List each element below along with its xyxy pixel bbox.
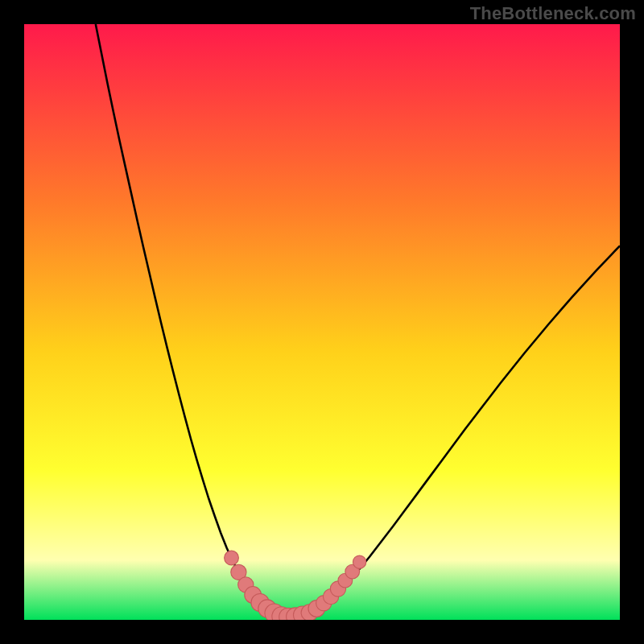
marker-dot — [225, 551, 239, 565]
chart-frame: TheBottleneck.com — [0, 0, 644, 644]
marker-dot — [353, 555, 365, 568]
bottleneck-chart — [24, 24, 620, 620]
plot-area — [24, 24, 620, 620]
attribution-label: TheBottleneck.com — [470, 3, 636, 24]
